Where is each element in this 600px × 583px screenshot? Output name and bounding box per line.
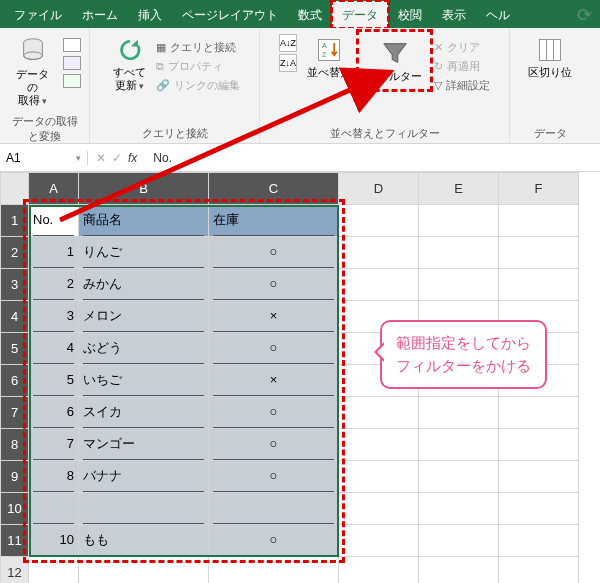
cell-A11[interactable]: 10 — [29, 525, 79, 557]
tab-formula[interactable]: 数式 — [288, 1, 332, 28]
get-data-button[interactable]: データの 取得 — [8, 34, 57, 110]
cell-A2[interactable]: 1 — [29, 237, 79, 269]
tab-review[interactable]: 校閲 — [388, 1, 432, 28]
cell-A6[interactable]: 5 — [29, 365, 79, 397]
col-header-B[interactable]: B — [79, 173, 209, 205]
tab-layout[interactable]: ページレイアウト — [172, 1, 288, 28]
col-header-C[interactable]: C — [209, 173, 339, 205]
cell-B4[interactable]: メロン — [79, 301, 209, 333]
properties[interactable]: ⧉プロパティ — [156, 59, 240, 74]
cell-F7[interactable] — [499, 397, 579, 429]
cell-B9[interactable]: バナナ — [79, 461, 209, 493]
cell-E10[interactable] — [419, 493, 499, 525]
row-header-10[interactable]: 10 — [1, 493, 29, 525]
sort-asc-button[interactable]: A↓Z — [279, 34, 297, 52]
cell-B6[interactable]: いちご — [79, 365, 209, 397]
tab-data[interactable]: データ — [332, 1, 388, 28]
col-header-E[interactable]: E — [419, 173, 499, 205]
cell-C1[interactable]: 在庫 — [209, 205, 339, 237]
cell-D1[interactable] — [339, 205, 419, 237]
cell-B8[interactable]: マンゴー — [79, 429, 209, 461]
cell-D7[interactable] — [339, 397, 419, 429]
cell-D9[interactable] — [339, 461, 419, 493]
row-header-7[interactable]: 7 — [1, 397, 29, 429]
cell-F2[interactable] — [499, 237, 579, 269]
cell-C8[interactable]: ○ — [209, 429, 339, 461]
cell-F8[interactable] — [499, 429, 579, 461]
cell-E9[interactable] — [419, 461, 499, 493]
cell-C3[interactable]: ○ — [209, 269, 339, 301]
cell-D2[interactable] — [339, 237, 419, 269]
select-all-corner[interactable] — [1, 173, 29, 205]
enter-icon[interactable]: ✓ — [112, 151, 122, 165]
cell-A1[interactable]: No. — [29, 205, 79, 237]
cell-C10[interactable] — [209, 493, 339, 525]
from-web-icon[interactable] — [63, 56, 81, 70]
cell-B11[interactable]: もも — [79, 525, 209, 557]
cell-A7[interactable]: 6 — [29, 397, 79, 429]
name-box[interactable]: A1 — [0, 151, 88, 165]
col-header-A[interactable]: A — [29, 173, 79, 205]
cell-E1[interactable] — [419, 205, 499, 237]
cell-B1[interactable]: 商品名 — [79, 205, 209, 237]
cell-E7[interactable] — [419, 397, 499, 429]
row-header-6[interactable]: 6 — [1, 365, 29, 397]
cell-A4[interactable]: 3 — [29, 301, 79, 333]
cell-D3[interactable] — [339, 269, 419, 301]
cell-B5[interactable]: ぶどう — [79, 333, 209, 365]
cell-B12[interactable] — [79, 557, 209, 584]
cell-C4[interactable]: × — [209, 301, 339, 333]
cell-F3[interactable] — [499, 269, 579, 301]
cell-F1[interactable] — [499, 205, 579, 237]
tab-view[interactable]: 表示 — [432, 1, 476, 28]
fx-icon[interactable]: fx — [128, 151, 137, 165]
cell-E3[interactable] — [419, 269, 499, 301]
cell-B2[interactable]: りんご — [79, 237, 209, 269]
cancel-icon[interactable]: ✕ — [96, 151, 106, 165]
cell-E11[interactable] — [419, 525, 499, 557]
row-header-2[interactable]: 2 — [1, 237, 29, 269]
text-to-columns-button[interactable]: 区切り位 — [524, 34, 576, 81]
cell-C5[interactable]: ○ — [209, 333, 339, 365]
sort-desc-button[interactable]: Z↓A — [279, 54, 297, 72]
cell-D11[interactable] — [339, 525, 419, 557]
row-header-9[interactable]: 9 — [1, 461, 29, 493]
filter-button[interactable]: フィルター — [363, 36, 426, 85]
refresh-all-button[interactable]: すべて 更新 — [109, 34, 150, 94]
formula-input[interactable]: No. — [145, 151, 600, 165]
cell-D10[interactable] — [339, 493, 419, 525]
cell-C12[interactable] — [209, 557, 339, 584]
cell-B7[interactable]: スイカ — [79, 397, 209, 429]
cell-D12[interactable] — [339, 557, 419, 584]
row-header-11[interactable]: 11 — [1, 525, 29, 557]
row-header-5[interactable]: 5 — [1, 333, 29, 365]
cell-F10[interactable] — [499, 493, 579, 525]
tab-help[interactable]: ヘル — [476, 1, 520, 28]
cell-C11[interactable]: ○ — [209, 525, 339, 557]
cell-F9[interactable] — [499, 461, 579, 493]
queries-connections[interactable]: ▦クエリと接続 — [156, 40, 240, 55]
col-header-F[interactable]: F — [499, 173, 579, 205]
cell-A9[interactable]: 8 — [29, 461, 79, 493]
row-header-4[interactable]: 4 — [1, 301, 29, 333]
from-text-icon[interactable] — [63, 38, 81, 52]
cell-A5[interactable]: 4 — [29, 333, 79, 365]
cell-E2[interactable] — [419, 237, 499, 269]
cell-B3[interactable]: みかん — [79, 269, 209, 301]
cell-F12[interactable] — [499, 557, 579, 584]
cell-D8[interactable] — [339, 429, 419, 461]
row-header-12[interactable]: 12 — [1, 557, 29, 584]
row-header-1[interactable]: 1 — [1, 205, 29, 237]
advanced[interactable]: ▽詳細設定 — [434, 78, 490, 93]
col-header-D[interactable]: D — [339, 173, 419, 205]
cell-B10[interactable] — [79, 493, 209, 525]
row-header-3[interactable]: 3 — [1, 269, 29, 301]
cell-C2[interactable]: ○ — [209, 237, 339, 269]
sort-button[interactable]: AZ 並べ替え — [303, 34, 355, 81]
tab-file[interactable]: ファイル — [4, 1, 72, 28]
reapply[interactable]: ↻再適用 — [434, 59, 490, 74]
cell-A12[interactable] — [29, 557, 79, 584]
tab-home[interactable]: ホーム — [72, 1, 128, 28]
row-header-8[interactable]: 8 — [1, 429, 29, 461]
cell-E12[interactable] — [419, 557, 499, 584]
